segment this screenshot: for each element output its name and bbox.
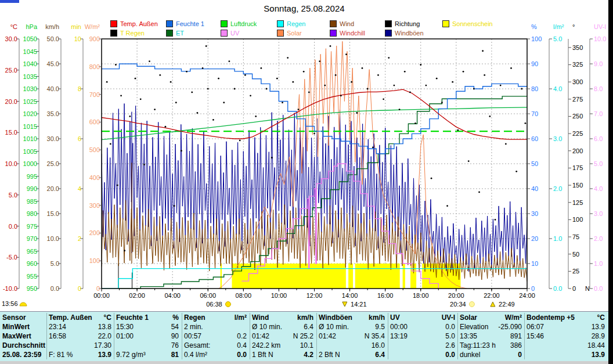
svg-text:22:00: 22:00 [484,292,500,299]
svg-text:300: 300 [89,202,100,209]
svg-text:1040: 1040 [23,60,37,67]
svg-text:90: 90 [531,60,538,67]
svg-text:980: 980 [27,210,37,217]
table-col-header: Temp. Außen°C [49,313,111,322]
sun-moon-annotations: 06:3814:2120:3422:4913:56 [2,300,515,308]
table-cell: Gesamt:0.4 [184,341,247,349]
svg-text:1025: 1025 [23,98,37,105]
table-cell: 0.4 l/m²0.0 [184,351,247,359]
axis-sun: min1086420 [71,23,83,292]
table-cell: 15:3054 [116,323,179,331]
svg-text:30.0: 30.0 [47,135,59,142]
svg-text:500: 500 [89,146,100,153]
svg-text:990: 990 [27,185,37,192]
svg-text:350: 350 [572,44,583,51]
svg-text:100: 100 [89,257,100,264]
svg-text:20.0: 20.0 [5,98,17,105]
svg-text:min: min [71,23,81,30]
svg-text:75: 75 [572,233,579,240]
svg-text:1.0: 1.0 [553,235,562,242]
axis-pct: %1009080706050403020100 [527,23,542,292]
svg-text:10.0: 10.0 [594,35,606,42]
svg-text:3.0: 3.0 [594,210,603,217]
table-divider [250,313,250,359]
svg-text:175: 175 [572,164,583,171]
svg-text:2.0: 2.0 [553,185,562,192]
table-row-label: Sensor [2,313,45,322]
svg-text:1050: 1050 [23,35,37,42]
svg-text:9.0: 9.0 [594,60,603,67]
window-bottom-strip [0,361,608,364]
svg-text:50.0: 50.0 [47,35,59,42]
svg-text:975: 975 [27,223,37,230]
svg-text:10: 10 [531,260,538,267]
table-row-label: Durchschnitt [2,341,45,349]
svg-text:°: ° [572,23,575,30]
svg-text:km/h: km/h [45,23,59,30]
svg-text:900: 900 [89,35,100,42]
svg-text:4.0: 4.0 [553,85,562,92]
svg-text:1045: 1045 [23,48,37,55]
table-divider [457,313,458,359]
svg-text:1015: 1015 [23,123,37,130]
svg-text:12:00: 12:00 [306,292,323,299]
svg-text:400: 400 [89,174,100,181]
table-cell: 01:0090 [116,332,179,340]
svg-text:00:00: 00:00 [93,292,110,299]
svg-text:325: 325 [572,61,583,68]
svg-text:25.0: 25.0 [47,160,59,167]
svg-text:06:38: 06:38 [206,301,222,308]
svg-text:10: 10 [74,35,81,42]
table-cell: 23:1413.8 [49,323,111,331]
svg-text:%: % [531,23,537,30]
table-cell: Tag:11:23 h386 [460,341,522,349]
svg-text:150: 150 [572,182,583,189]
table-col-header: Regenl/m² [184,313,247,322]
axis-temp: °C30.025.020.015.010.05.00.0-5.0-10.0 [3,23,19,292]
svg-text:hPa: hPa [26,23,37,30]
svg-text:22:49: 22:49 [499,301,515,308]
svg-text:275: 275 [572,96,583,103]
table-cell: 16.0 [319,341,385,349]
svg-text:14:00: 14:00 [342,292,358,299]
svg-text:0: 0 [572,285,576,292]
table-cell: 13.9 [527,351,605,359]
table-col-header: Bodentemp +5°C [527,313,605,322]
table-divider [316,313,317,359]
svg-text:100: 100 [572,216,583,223]
svg-text:5.0: 5.0 [553,35,562,42]
table-divider [524,313,525,359]
svg-text:UV-I: UV-I [594,23,606,30]
table-divider [182,313,182,359]
svg-text:1020: 1020 [23,110,37,117]
table-col-header: Windböenkm/h [319,313,385,322]
table-cell: 1 Bft N4.2 [252,351,313,359]
svg-text:80: 80 [531,85,538,92]
table-col-header: Feuchte 1% [116,313,179,322]
svg-text:30: 30 [531,210,538,217]
svg-text:25.0: 25.0 [5,67,17,74]
svg-text:6.0: 6.0 [594,135,603,142]
svg-text:02:00: 02:00 [129,292,145,299]
svg-text:30.0: 30.0 [5,35,17,42]
table-cell: 242.2 km10.1 [252,341,313,349]
axis-solar: W/m²9008007006005004003002001000 [85,23,102,292]
svg-text:06:00: 06:00 [200,292,216,299]
table-divider [114,313,114,359]
stats-table: SensorMinWertMaxWertDurchschnitt25.08. 2… [0,311,608,362]
svg-text:08:00: 08:00 [236,292,252,299]
svg-text:3.0: 3.0 [553,135,562,142]
svg-text:7.0: 7.0 [594,110,603,117]
svg-text:40.0: 40.0 [47,85,59,92]
table-cell: 0.0 [390,351,455,359]
svg-text:70: 70 [531,110,538,117]
svg-text:300: 300 [572,78,583,85]
svg-text:960: 960 [27,260,37,267]
table-cell: 2 Bft N6.4 [319,351,385,359]
svg-text:600: 600 [89,118,100,125]
svg-text:18:00: 18:00 [413,292,429,299]
axis-wind: km/h50.045.040.035.030.025.020.015.010.0… [45,23,61,292]
svg-text:0: 0 [96,285,100,292]
svg-text:04:00: 04:00 [164,292,181,299]
svg-text:10.0: 10.0 [5,160,17,167]
